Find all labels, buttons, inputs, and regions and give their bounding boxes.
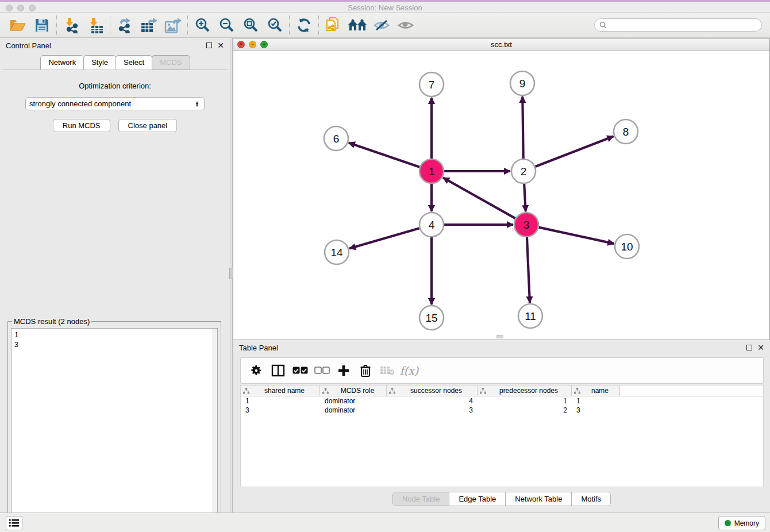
table-cell[interactable]: 2 [478, 406, 572, 415]
zoom-out-button[interactable] [214, 14, 238, 36]
graph-node-6[interactable]: 6 [324, 126, 348, 151]
table-row[interactable]: 3dominator323 [241, 406, 763, 415]
float-table-panel-icon[interactable] [746, 345, 752, 350]
graph-node-14[interactable]: 14 [325, 240, 349, 264]
save-floppy-icon [34, 18, 49, 33]
memory-button[interactable]: Memory [718, 516, 765, 530]
search-field[interactable] [594, 18, 762, 32]
graph-edge-2-8[interactable] [536, 136, 614, 167]
graph-node-4[interactable]: 4 [419, 213, 444, 237]
tab-motifs[interactable]: Motifs [572, 492, 610, 506]
float-panel-icon[interactable] [206, 43, 212, 48]
function-builder-button[interactable]: f(x) [399, 361, 419, 380]
table-cell[interactable]: 3 [572, 406, 620, 415]
graph-edge-2-9[interactable] [522, 97, 523, 159]
graph-edge-3-11[interactable] [527, 237, 530, 303]
graph-node-8[interactable]: 8 [614, 119, 638, 144]
delete-columns-button[interactable] [356, 361, 375, 380]
graph-node-9[interactable]: 9 [510, 71, 534, 95]
add-column-button[interactable] [334, 361, 353, 380]
table-panel-tabs: Node TableEdge TableNetwork TableMotifs [233, 492, 770, 506]
table-cell[interactable]: dominator [320, 406, 387, 415]
close-panel-button[interactable]: Close panel [118, 119, 178, 132]
tab-select[interactable]: Select [116, 55, 152, 70]
refresh-network-button[interactable] [292, 14, 316, 36]
column-header-successor-nodes[interactable]: successor nodes [387, 385, 478, 396]
select-all-checkboxes-button[interactable] [290, 361, 310, 380]
tab-node-table[interactable]: Node Table [393, 492, 450, 506]
node-table-header: shared nameMCDS rolesuccessor nodesprede… [241, 385, 763, 396]
export-table-button[interactable] [137, 14, 161, 36]
result-scrollbar[interactable] [212, 329, 217, 530]
graph-node-10[interactable]: 10 [615, 234, 639, 259]
delete-table-button[interactable] [378, 361, 397, 380]
split-view-icon [271, 364, 285, 377]
table-settings-button[interactable] [247, 361, 266, 380]
open-session-button[interactable] [6, 14, 30, 36]
zoom-fit-button[interactable] [238, 14, 263, 36]
table-cell[interactable]: 3 [241, 406, 320, 415]
graph-edge-1-6[interactable] [349, 142, 419, 167]
home-views-button[interactable] [345, 14, 369, 36]
dropdown-stepper-icon: ▲▼ [195, 101, 201, 107]
table-cell[interactable]: 3 [387, 406, 478, 415]
table-cell[interactable]: 1 [572, 396, 620, 406]
network-window-titlebar[interactable]: ✕ − ＋ scc.txt [233, 38, 769, 51]
search-input[interactable] [610, 21, 757, 29]
graph-edge-2-3[interactable] [524, 184, 526, 211]
app-title: Session: New Session [0, 3, 770, 12]
table-cell[interactable]: 1 [241, 396, 320, 406]
column-header-MCDS-role[interactable]: MCDS role [320, 385, 387, 396]
network-canvas[interactable]: 7968124314101511 [233, 51, 769, 340]
mcds-result-box: MCDS result (2 nodes) 13 [7, 317, 221, 532]
criterion-dropdown-value: strongly connected component [29, 99, 195, 108]
column-header-predecessor-nodes[interactable]: predecessor nodes [478, 385, 572, 396]
split-columns-button[interactable] [268, 361, 288, 380]
graph-node-7[interactable]: 7 [419, 72, 444, 97]
zoom-selected-button[interactable] [263, 14, 287, 36]
svg-text:1: 1 [429, 165, 435, 178]
close-panel-icon[interactable]: ✕ [217, 43, 224, 48]
zoom-in-button[interactable] [190, 14, 214, 36]
graph-node-15[interactable]: 15 [419, 306, 444, 330]
graph-edge-4-14[interactable] [349, 228, 419, 248]
graph-node-11[interactable]: 11 [518, 304, 542, 328]
graph-edge-3-10[interactable] [538, 228, 614, 244]
table-cell[interactable]: 1 [478, 396, 572, 406]
import-table-button[interactable] [83, 14, 107, 36]
tab-network[interactable]: Network [40, 55, 84, 70]
graph-node-3[interactable]: 3 [514, 213, 538, 237]
duplicate-network-button[interactable] [321, 14, 345, 36]
export-network-button[interactable] [113, 14, 137, 36]
save-session-button[interactable] [30, 14, 54, 36]
export-image-button[interactable] [161, 14, 185, 36]
network-maximize-button[interactable]: ＋ [260, 41, 268, 48]
network-hscroll-thumb[interactable] [496, 335, 503, 338]
run-mcds-button[interactable]: Run MCDS [53, 119, 110, 132]
svg-text:6: 6 [333, 133, 340, 145]
import-network-button[interactable] [59, 14, 83, 36]
tab-mcds[interactable]: MCDS [152, 55, 190, 70]
task-history-button[interactable] [6, 516, 22, 530]
column-type-icon [480, 388, 486, 394]
tab-edge-table[interactable]: Edge Table [449, 492, 506, 506]
column-header-name[interactable]: name [572, 385, 620, 396]
close-table-panel-icon[interactable]: ✕ [757, 345, 764, 350]
table-cell[interactable]: dominator [320, 396, 387, 406]
table-row[interactable]: 1dominator411 [241, 396, 763, 406]
graph-node-2[interactable]: 2 [511, 159, 536, 183]
graph-edge-3-1[interactable] [443, 178, 515, 218]
tab-network-table[interactable]: Network Table [506, 492, 572, 506]
network-close-button[interactable]: ✕ [237, 41, 245, 48]
column-header-shared-name[interactable]: shared name [241, 385, 320, 396]
show-eye-button[interactable] [394, 14, 418, 36]
mcds-result-text[interactable]: 13 [11, 328, 218, 530]
deselect-all-checkboxes-button[interactable] [312, 361, 332, 380]
table-cell[interactable]: 4 [387, 396, 478, 406]
graph-node-1[interactable]: 1 [419, 159, 444, 183]
tab-style[interactable]: Style [83, 55, 116, 70]
hide-eye-button[interactable] [369, 14, 394, 36]
network-minimize-button[interactable]: − [249, 41, 256, 48]
criterion-dropdown[interactable]: strongly connected component ▲▼ [25, 97, 205, 110]
unchecked-boxes-icon [314, 367, 330, 375]
